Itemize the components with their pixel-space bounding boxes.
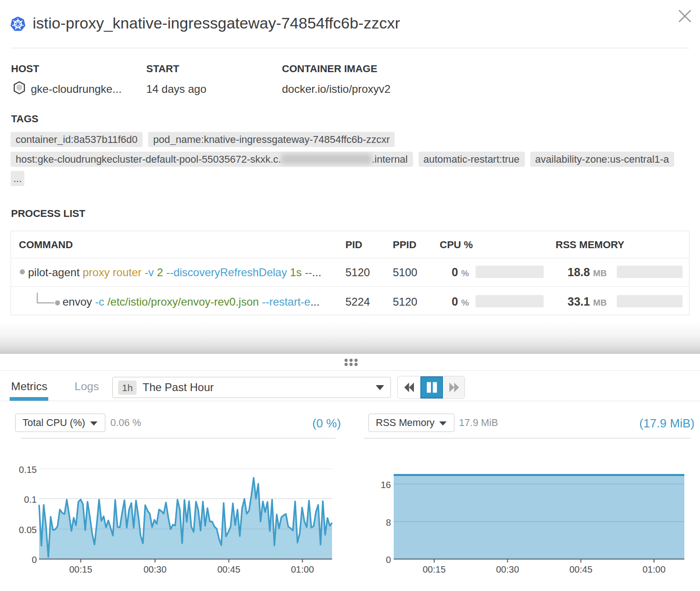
svg-text:00:45: 00:45 <box>217 564 240 574</box>
svg-text:00:30: 00:30 <box>496 564 519 574</box>
svg-text:0.15: 0.15 <box>19 465 37 475</box>
svg-text:16: 16 <box>381 480 391 490</box>
svg-text:8: 8 <box>386 517 391 528</box>
svg-text:00:30: 00:30 <box>143 564 166 574</box>
svg-text:00:15: 00:15 <box>69 564 92 574</box>
svg-text:00:15: 00:15 <box>423 564 446 574</box>
svg-text:0.1: 0.1 <box>24 494 37 505</box>
svg-text:0: 0 <box>386 555 391 565</box>
svg-text:0.05: 0.05 <box>19 525 37 535</box>
svg-text:00:45: 00:45 <box>569 564 592 574</box>
svg-text:01:00: 01:00 <box>291 564 314 574</box>
svg-text:0: 0 <box>32 555 37 565</box>
svg-text:01:00: 01:00 <box>643 564 666 574</box>
